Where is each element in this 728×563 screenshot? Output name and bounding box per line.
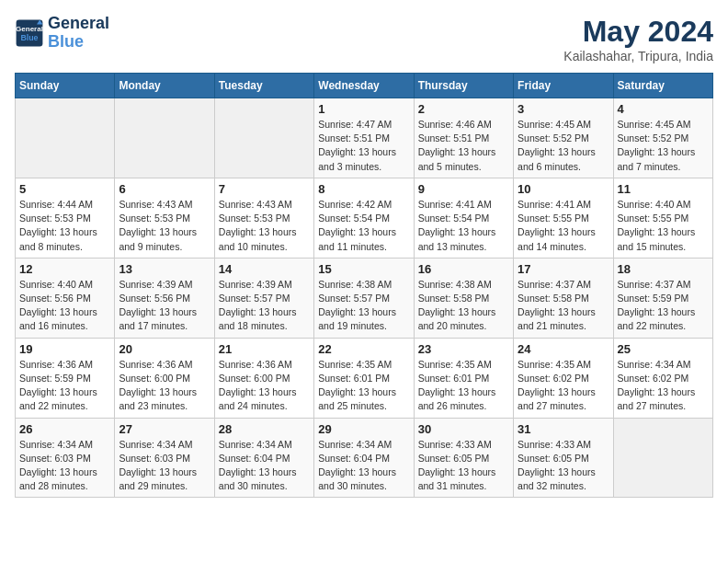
month-year-title: May 2024 <box>563 15 713 49</box>
calendar-cell: 26Sunrise: 4:34 AM Sunset: 6:03 PM Dayli… <box>16 418 115 498</box>
day-info: Sunrise: 4:34 AM Sunset: 6:03 PM Dayligh… <box>19 438 110 494</box>
day-number: 29 <box>318 422 409 436</box>
day-info: Sunrise: 4:34 AM Sunset: 6:02 PM Dayligh… <box>618 358 709 414</box>
day-info: Sunrise: 4:47 AM Sunset: 5:51 PM Dayligh… <box>318 118 409 174</box>
calendar-cell: 15Sunrise: 4:38 AM Sunset: 5:57 PM Dayli… <box>314 258 414 338</box>
day-info: Sunrise: 4:40 AM Sunset: 5:56 PM Dayligh… <box>19 278 110 334</box>
day-number: 19 <box>19 342 110 356</box>
day-info: Sunrise: 4:38 AM Sunset: 5:58 PM Dayligh… <box>418 278 509 334</box>
logo: General Blue GeneralBlue <box>15 15 109 52</box>
day-info: Sunrise: 4:35 AM Sunset: 6:01 PM Dayligh… <box>318 358 409 414</box>
day-info: Sunrise: 4:35 AM Sunset: 6:01 PM Dayligh… <box>418 358 509 414</box>
days-of-week-row: SundayMondayTuesdayWednesdayThursdayFrid… <box>16 74 713 98</box>
calendar-cell: 31Sunrise: 4:33 AM Sunset: 6:05 PM Dayli… <box>514 418 613 498</box>
day-number: 30 <box>418 422 509 436</box>
day-info: Sunrise: 4:36 AM Sunset: 5:59 PM Dayligh… <box>19 358 110 414</box>
day-number: 9 <box>418 182 509 196</box>
day-of-week-header: Tuesday <box>214 74 313 98</box>
day-info: Sunrise: 4:37 AM Sunset: 5:58 PM Dayligh… <box>518 278 609 334</box>
day-info: Sunrise: 4:36 AM Sunset: 6:00 PM Dayligh… <box>119 358 210 414</box>
day-info: Sunrise: 4:39 AM Sunset: 5:56 PM Dayligh… <box>119 278 210 334</box>
calendar-week-row: 12Sunrise: 4:40 AM Sunset: 5:56 PM Dayli… <box>16 258 713 338</box>
location-subtitle: Kailashahar, Tripura, India <box>563 49 713 63</box>
day-number: 28 <box>219 422 310 436</box>
calendar-cell: 21Sunrise: 4:36 AM Sunset: 6:00 PM Dayli… <box>214 338 313 418</box>
page-header: General Blue GeneralBlue May 2024 Kailas… <box>15 15 713 63</box>
day-number: 31 <box>518 422 609 436</box>
day-info: Sunrise: 4:43 AM Sunset: 5:53 PM Dayligh… <box>219 198 310 254</box>
day-number: 11 <box>618 182 709 196</box>
calendar-cell: 11Sunrise: 4:40 AM Sunset: 5:55 PM Dayli… <box>613 178 712 258</box>
calendar-cell: 12Sunrise: 4:40 AM Sunset: 5:56 PM Dayli… <box>16 258 115 338</box>
day-number: 3 <box>518 102 609 116</box>
day-number: 10 <box>518 182 609 196</box>
title-block: May 2024 Kailashahar, Tripura, India <box>563 15 713 63</box>
day-number: 1 <box>318 102 409 116</box>
day-number: 15 <box>318 262 409 276</box>
day-number: 8 <box>318 182 409 196</box>
day-number: 22 <box>318 342 409 356</box>
calendar-cell: 7Sunrise: 4:43 AM Sunset: 5:53 PM Daylig… <box>214 178 313 258</box>
calendar-body: 1Sunrise: 4:47 AM Sunset: 5:51 PM Daylig… <box>16 98 713 498</box>
calendar-cell: 3Sunrise: 4:45 AM Sunset: 5:52 PM Daylig… <box>514 98 613 178</box>
calendar-cell: 19Sunrise: 4:36 AM Sunset: 5:59 PM Dayli… <box>16 338 115 418</box>
day-number: 16 <box>418 262 509 276</box>
day-info: Sunrise: 4:46 AM Sunset: 5:51 PM Dayligh… <box>418 118 509 174</box>
day-number: 5 <box>19 182 110 196</box>
day-info: Sunrise: 4:37 AM Sunset: 5:59 PM Dayligh… <box>618 278 709 334</box>
calendar-table: SundayMondayTuesdayWednesdayThursdayFrid… <box>15 73 713 498</box>
day-of-week-header: Sunday <box>16 74 115 98</box>
calendar-cell: 30Sunrise: 4:33 AM Sunset: 6:05 PM Dayli… <box>414 418 513 498</box>
calendar-cell <box>214 98 313 178</box>
day-number: 25 <box>618 342 709 356</box>
day-info: Sunrise: 4:41 AM Sunset: 5:54 PM Dayligh… <box>418 198 509 254</box>
calendar-week-row: 19Sunrise: 4:36 AM Sunset: 5:59 PM Dayli… <box>16 338 713 418</box>
calendar-cell: 18Sunrise: 4:37 AM Sunset: 5:59 PM Dayli… <box>613 258 712 338</box>
day-number: 21 <box>219 342 310 356</box>
svg-text:Blue: Blue <box>20 33 38 42</box>
day-info: Sunrise: 4:45 AM Sunset: 5:52 PM Dayligh… <box>518 118 609 174</box>
day-number: 13 <box>119 262 210 276</box>
calendar-cell: 29Sunrise: 4:34 AM Sunset: 6:04 PM Dayli… <box>314 418 414 498</box>
day-info: Sunrise: 4:38 AM Sunset: 5:57 PM Dayligh… <box>318 278 409 334</box>
day-number: 12 <box>19 262 110 276</box>
day-info: Sunrise: 4:33 AM Sunset: 6:05 PM Dayligh… <box>518 438 609 494</box>
calendar-week-row: 1Sunrise: 4:47 AM Sunset: 5:51 PM Daylig… <box>16 98 713 178</box>
day-number: 7 <box>219 182 310 196</box>
day-info: Sunrise: 4:42 AM Sunset: 5:54 PM Dayligh… <box>318 198 409 254</box>
day-info: Sunrise: 4:35 AM Sunset: 6:02 PM Dayligh… <box>518 358 609 414</box>
calendar-cell: 2Sunrise: 4:46 AM Sunset: 5:51 PM Daylig… <box>414 98 513 178</box>
calendar-week-row: 5Sunrise: 4:44 AM Sunset: 5:53 PM Daylig… <box>16 178 713 258</box>
calendar-cell <box>16 98 115 178</box>
svg-text:General: General <box>16 25 43 33</box>
calendar-cell: 25Sunrise: 4:34 AM Sunset: 6:02 PM Dayli… <box>613 338 712 418</box>
day-number: 26 <box>19 422 110 436</box>
calendar-cell: 16Sunrise: 4:38 AM Sunset: 5:58 PM Dayli… <box>414 258 513 338</box>
day-number: 6 <box>119 182 210 196</box>
calendar-cell <box>613 418 712 498</box>
calendar-cell: 5Sunrise: 4:44 AM Sunset: 5:53 PM Daylig… <box>16 178 115 258</box>
calendar-cell: 20Sunrise: 4:36 AM Sunset: 6:00 PM Dayli… <box>115 338 214 418</box>
day-number: 17 <box>518 262 609 276</box>
day-of-week-header: Saturday <box>613 74 712 98</box>
day-info: Sunrise: 4:43 AM Sunset: 5:53 PM Dayligh… <box>119 198 210 254</box>
day-info: Sunrise: 4:39 AM Sunset: 5:57 PM Dayligh… <box>219 278 310 334</box>
calendar-cell: 23Sunrise: 4:35 AM Sunset: 6:01 PM Dayli… <box>414 338 513 418</box>
calendar-cell: 8Sunrise: 4:42 AM Sunset: 5:54 PM Daylig… <box>314 178 414 258</box>
day-number: 4 <box>618 102 709 116</box>
calendar-cell: 10Sunrise: 4:41 AM Sunset: 5:55 PM Dayli… <box>514 178 613 258</box>
calendar-cell: 1Sunrise: 4:47 AM Sunset: 5:51 PM Daylig… <box>314 98 414 178</box>
day-of-week-header: Monday <box>115 74 214 98</box>
day-number: 2 <box>418 102 509 116</box>
calendar-cell: 6Sunrise: 4:43 AM Sunset: 5:53 PM Daylig… <box>115 178 214 258</box>
day-of-week-header: Wednesday <box>314 74 414 98</box>
day-number: 23 <box>418 342 509 356</box>
calendar-cell: 4Sunrise: 4:45 AM Sunset: 5:52 PM Daylig… <box>613 98 712 178</box>
day-number: 24 <box>518 342 609 356</box>
day-info: Sunrise: 4:44 AM Sunset: 5:53 PM Dayligh… <box>19 198 110 254</box>
day-info: Sunrise: 4:34 AM Sunset: 6:03 PM Dayligh… <box>119 438 210 494</box>
day-info: Sunrise: 4:45 AM Sunset: 5:52 PM Dayligh… <box>618 118 709 174</box>
day-number: 27 <box>119 422 210 436</box>
calendar-cell: 27Sunrise: 4:34 AM Sunset: 6:03 PM Dayli… <box>115 418 214 498</box>
calendar-cell: 28Sunrise: 4:34 AM Sunset: 6:04 PM Dayli… <box>214 418 313 498</box>
